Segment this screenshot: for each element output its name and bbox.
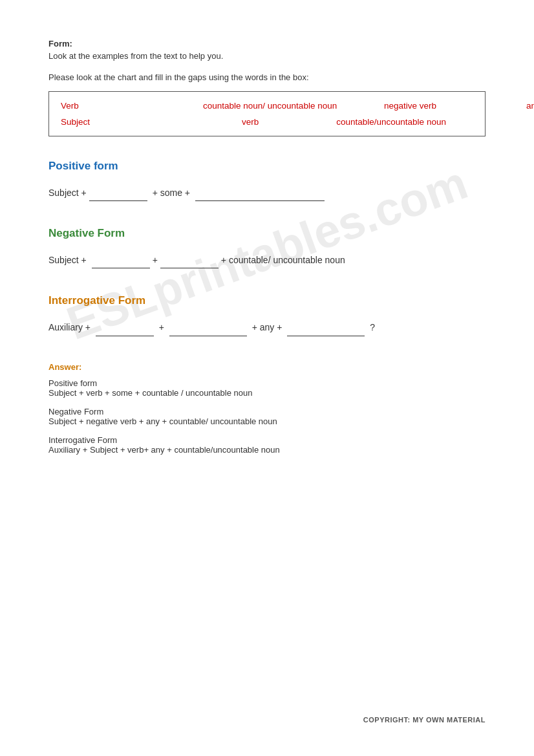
interrogative-blank-3[interactable] [287, 319, 365, 336]
chart-cell-countable: countable noun/ uncountable noun [203, 101, 345, 111]
interrogative-form-section: Interrogative Form Auxiliary + + + any +… [48, 294, 486, 336]
chart-cell-subject: Subject [61, 117, 203, 127]
negative-blank-2[interactable] [160, 252, 219, 268]
positive-form-heading: Positive form [48, 160, 486, 173]
instruction-text: Please look at the chart and fill in the… [48, 72, 486, 82]
answer-section: Answer: Positive form Subject + verb + s… [48, 362, 486, 455]
interrogative-form-line: Auxiliary + + + any + ? [48, 319, 486, 336]
answer-negative-title: Negative Form [48, 407, 486, 416]
chart-row-1: Verb countable noun/ uncountable noun ne… [61, 101, 473, 111]
chart-row-2: Subject verb countable/uncountable noun [61, 117, 473, 127]
intro-section: Form: Look at the examples from the text… [48, 39, 486, 61]
interrogative-form-heading: Interrogative Form [48, 294, 486, 307]
answer-positive-title: Positive form [48, 378, 486, 388]
form-label: Form: [48, 39, 486, 49]
chart-box: Verb countable noun/ uncountable noun ne… [48, 91, 486, 136]
negative-form-line: Subject + + + countable/ uncountable nou… [48, 252, 486, 268]
positive-form-line: Subject + + some + [48, 184, 486, 201]
answer-interrogative-block: Interrogative Form Auxiliary + Subject +… [48, 435, 486, 455]
positive-form-section: Positive form Subject + + some + [48, 160, 486, 201]
chart-cell-negative-verb: negative verb [384, 101, 487, 111]
positive-blank-1[interactable] [89, 184, 147, 201]
chart-cell-countable2: countable/uncountable noun [336, 117, 446, 127]
answer-positive-text: Subject + verb + some + countable / unco… [48, 388, 486, 398]
chart-cell-verb2: verb [242, 117, 259, 127]
answer-label: Answer: [48, 362, 486, 372]
chart-cell-verb: Verb [61, 101, 203, 111]
answer-interrogative-text: Auxiliary + Subject + verb+ any + counta… [48, 445, 486, 455]
look-text: Look at the examples from the text to he… [48, 51, 486, 61]
answer-negative-block: Negative Form Subject + negative verb + … [48, 407, 486, 426]
interrogative-blank-1[interactable] [96, 319, 154, 336]
positive-blank-2[interactable] [195, 184, 325, 201]
negative-blank-1[interactable] [92, 252, 150, 268]
negative-form-section: Negative Form Subject + + + countable/ u… [48, 227, 486, 268]
chart-cell-any: any [526, 101, 534, 111]
answer-positive-block: Positive form Subject + verb + some + co… [48, 378, 486, 398]
copyright-text: COPYRIGHT: MY OWN MATERIAL [363, 716, 486, 724]
answer-interrogative-title: Interrogative Form [48, 435, 486, 445]
answer-negative-text: Subject + negative verb + any + countabl… [48, 416, 486, 426]
negative-form-heading: Negative Form [48, 227, 486, 240]
interrogative-blank-2[interactable] [169, 319, 247, 336]
